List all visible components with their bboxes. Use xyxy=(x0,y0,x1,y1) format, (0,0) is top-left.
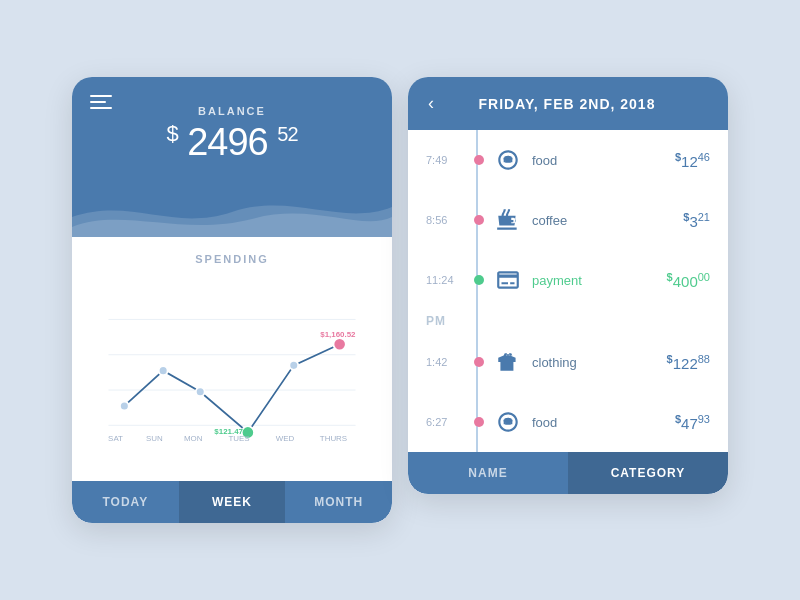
spending-section: SPENDING xyxy=(72,237,392,481)
txn-time: 7:49 xyxy=(426,154,466,166)
transaction-item: 1:42 clothing $12288 xyxy=(408,332,728,392)
balance-dollar: $ xyxy=(166,121,177,146)
tab-month[interactable]: MONTH xyxy=(285,481,392,523)
txn-dot xyxy=(474,155,484,165)
balance-section: BALANCE $ 2496 52 xyxy=(92,97,372,164)
svg-text:TUES: TUES xyxy=(228,434,249,443)
txn-time: 11:24 xyxy=(426,274,466,286)
right-header: ‹ FRIDAY, FEB 2ND, 2018 xyxy=(408,77,728,130)
txn-dot xyxy=(474,417,484,427)
balance-amount: $ 2496 52 xyxy=(92,121,372,164)
svg-text:WED: WED xyxy=(276,434,295,443)
txn-name: coffee xyxy=(532,213,683,228)
menu-button[interactable] xyxy=(90,95,112,109)
tab-category[interactable]: CATEGORY xyxy=(568,452,728,494)
balance-header: BALANCE $ 2496 52 xyxy=(72,77,392,237)
txn-amount: $1246 xyxy=(675,151,710,170)
txn-amount: $12288 xyxy=(667,353,710,372)
left-card: BALANCE $ 2496 52 SPENDING xyxy=(72,77,392,523)
txn-name: payment xyxy=(532,273,667,288)
svg-point-4 xyxy=(120,402,129,411)
back-button[interactable]: ‹ xyxy=(428,93,434,114)
svg-text:SAT: SAT xyxy=(108,434,123,443)
date-title: FRIDAY, FEB 2ND, 2018 xyxy=(446,96,708,112)
svg-text:MON: MON xyxy=(184,434,203,443)
svg-point-5 xyxy=(159,366,168,375)
transaction-item: 7:49 food $1246 xyxy=(408,130,728,190)
tab-name[interactable]: NAME xyxy=(408,452,568,494)
spending-label: SPENDING xyxy=(92,253,372,265)
txn-dot xyxy=(474,215,484,225)
chart-area: $1,160.52 $121.47 SAT SUN MON TUES WED T… xyxy=(92,273,372,473)
txn-time: 1:42 xyxy=(426,356,466,368)
coffee-icon xyxy=(492,204,524,236)
txn-amount: $40000 xyxy=(667,271,710,290)
txn-amount: $321 xyxy=(683,211,710,230)
balance-cents: 52 xyxy=(277,123,297,145)
balance-label: BALANCE xyxy=(92,105,372,117)
transaction-item: 11:24 payment $40000 xyxy=(408,250,728,310)
txn-amount: $4793 xyxy=(675,413,710,432)
svg-text:$1,160.52: $1,160.52 xyxy=(320,330,356,339)
txn-dot xyxy=(474,357,484,367)
txn-name: food xyxy=(532,415,675,430)
txn-name: food xyxy=(532,153,675,168)
right-tab-bar: NAME CATEGORY xyxy=(408,452,728,494)
svg-point-19 xyxy=(504,418,512,421)
transaction-item: 8:56 coffee $321 xyxy=(408,190,728,250)
clothing-icon xyxy=(492,346,524,378)
food-icon xyxy=(492,406,524,438)
pm-label: PM xyxy=(408,310,728,332)
tab-today[interactable]: TODAY xyxy=(72,481,179,523)
txn-time: 8:56 xyxy=(426,214,466,226)
right-card: ‹ FRIDAY, FEB 2ND, 2018 7:49 food $1246 … xyxy=(408,77,728,494)
transaction-item: 6:27 food $4793 xyxy=(408,392,728,452)
balance-main: 2496 xyxy=(187,121,268,163)
food-icon xyxy=(492,144,524,176)
svg-point-6 xyxy=(196,387,205,396)
tab-week[interactable]: WEEK xyxy=(179,481,286,523)
txn-time: 6:27 xyxy=(426,416,466,428)
svg-text:THURS: THURS xyxy=(320,434,347,443)
transaction-list: 7:49 food $1246 8:56 coffee $32 xyxy=(408,130,728,452)
svg-text:SUN: SUN xyxy=(146,434,163,443)
svg-point-9 xyxy=(333,338,345,350)
spending-chart: $1,160.52 $121.47 SAT SUN MON TUES WED T… xyxy=(92,293,372,443)
svg-point-8 xyxy=(289,361,298,370)
svg-point-18 xyxy=(504,156,512,159)
wave-decoration xyxy=(72,177,392,237)
txn-dot xyxy=(474,275,484,285)
txn-name: clothing xyxy=(532,355,667,370)
payment-icon xyxy=(492,264,524,296)
left-tab-bar: TODAY WEEK MONTH xyxy=(72,481,392,523)
